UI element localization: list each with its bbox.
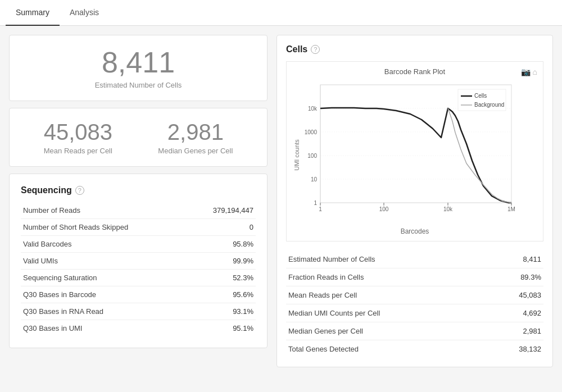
- row-label: Total Genes Detected: [286, 340, 487, 358]
- row-value: 38,132: [487, 340, 543, 358]
- table-row: Estimated Number of Cells8,411: [286, 250, 543, 268]
- table-row: Number of Reads379,194,447: [21, 202, 256, 219]
- row-value: 45,083: [487, 286, 543, 304]
- estimated-cells-card: 8,411 Estimated Number of Cells: [9, 35, 268, 101]
- row-label: Valid Barcodes: [21, 236, 187, 253]
- estimated-cells-label: Estimated Number of Cells: [21, 81, 256, 89]
- table-row: Q30 Bases in UMI95.1%: [21, 320, 256, 337]
- estimated-cells-number: 8,411 Estimated Number of Cells: [21, 47, 256, 89]
- tab-analysis[interactable]: Analysis: [60, 0, 109, 26]
- x-axis-label: Barcodes: [292, 227, 537, 235]
- cells-help-icon[interactable]: ?: [311, 45, 320, 54]
- chart-title: Barcode Rank Plot: [292, 67, 537, 76]
- row-label: Q30 Bases in RNA Read: [21, 303, 187, 320]
- row-value: 93.1%: [187, 303, 256, 320]
- estimated-cells-value: 8,411: [21, 47, 256, 79]
- sequencing-card: Sequencing ? Number of Reads379,194,447N…: [9, 174, 268, 348]
- table-row: Sequencing Saturation52.3%: [21, 270, 256, 286]
- row-value: 2,981: [487, 322, 543, 340]
- left-panel: 8,411 Estimated Number of Cells 45,083 M…: [9, 35, 268, 367]
- svg-text:1: 1: [314, 200, 317, 206]
- camera-icon[interactable]: 📷: [521, 67, 531, 76]
- svg-text:100: 100: [379, 206, 389, 212]
- svg-text:10: 10: [311, 176, 318, 183]
- svg-text:10k: 10k: [308, 106, 318, 112]
- row-value: 52.3%: [187, 270, 256, 286]
- row-label: Valid UMIs: [21, 253, 187, 270]
- table-row: Mean Reads per Cell45,083: [286, 286, 543, 304]
- median-genes-value: 2,981: [158, 120, 233, 144]
- row-value: 89.3%: [487, 268, 543, 286]
- svg-text:Cells: Cells: [474, 93, 487, 99]
- table-row: Valid UMIs99.9%: [21, 253, 256, 270]
- row-value: 379,194,447: [187, 202, 256, 219]
- cells-data-table: Estimated Number of Cells8,411Fraction R…: [286, 250, 543, 358]
- tab-summary[interactable]: Summary: [6, 0, 60, 26]
- row-label: Fraction Reads in Cells: [286, 268, 487, 286]
- row-label: Median Genes per Cell: [286, 322, 487, 340]
- row-label: Sequencing Saturation: [21, 270, 187, 286]
- sequencing-title: Sequencing ?: [21, 185, 256, 195]
- row-label: Number of Short Reads Skipped: [21, 219, 187, 236]
- sequencing-title-text: Sequencing: [21, 185, 72, 195]
- table-row: Q30 Bases in Barcode95.6%: [21, 286, 256, 303]
- table-row: Valid Barcodes95.8%: [21, 236, 256, 253]
- median-genes-number: 2,981 Median Genes per Cell: [158, 120, 233, 155]
- cells-title-text: Cells: [286, 44, 307, 54]
- tab-bar: Summary Analysis: [0, 0, 562, 26]
- row-label: Q30 Bases in UMI: [21, 320, 187, 337]
- sequencing-table: Number of Reads379,194,447Number of Shor…: [21, 202, 256, 336]
- row-value: 95.6%: [187, 286, 256, 303]
- table-row: Fraction Reads in Cells89.3%: [286, 268, 543, 286]
- svg-text:1000: 1000: [305, 129, 318, 135]
- home-icon[interactable]: ⌂: [533, 67, 537, 76]
- row-value: 4,692: [487, 304, 543, 322]
- table-row: Median UMI Counts per Cell4,692: [286, 304, 543, 322]
- sequencing-help-icon[interactable]: ?: [75, 186, 84, 195]
- table-row: Median Genes per Cell2,981: [286, 322, 543, 340]
- mean-reads-value: 45,083: [44, 120, 112, 144]
- table-row: Q30 Bases in RNA Read93.1%: [21, 303, 256, 320]
- row-label: Q30 Bases in Barcode: [21, 286, 187, 303]
- svg-text:1: 1: [319, 206, 322, 212]
- table-row: Number of Short Reads Skipped0: [21, 219, 256, 236]
- row-label: Estimated Number of Cells: [286, 250, 487, 268]
- svg-text:100: 100: [307, 153, 317, 159]
- svg-text:10k: 10k: [443, 206, 453, 212]
- reads-genes-numbers: 45,083 Mean Reads per Cell 2,981 Median …: [21, 120, 256, 155]
- row-value: 95.1%: [187, 320, 256, 337]
- svg-text:UMI counts: UMI counts: [293, 139, 300, 171]
- row-value: 95.8%: [187, 236, 256, 253]
- reads-genes-card: 45,083 Mean Reads per Cell 2,981 Median …: [9, 108, 268, 167]
- svg-text:1M: 1M: [507, 206, 515, 212]
- cells-panel: Cells ? Barcode Rank Plot 📷 ⌂ UMI counts: [277, 35, 553, 367]
- cells-title: Cells ?: [286, 44, 543, 54]
- chart-area: Barcode Rank Plot 📷 ⌂ UMI counts: [286, 61, 543, 241]
- mean-reads-number: 45,083 Mean Reads per Cell: [44, 120, 112, 155]
- table-row: Total Genes Detected38,132: [286, 340, 543, 358]
- mean-reads-label: Mean Reads per Cell: [44, 147, 112, 155]
- row-value: 99.9%: [187, 253, 256, 270]
- chart-icons: 📷 ⌂: [521, 67, 537, 76]
- row-label: Mean Reads per Cell: [286, 286, 487, 304]
- barcode-rank-chart: UMI counts 1 10 100 1000 10k: [292, 79, 534, 225]
- row-value: 0: [187, 219, 256, 236]
- median-genes-label: Median Genes per Cell: [158, 147, 233, 155]
- row-label: Number of Reads: [21, 202, 187, 219]
- svg-text:Background: Background: [474, 102, 504, 108]
- main-content: 8,411 Estimated Number of Cells 45,083 M…: [0, 26, 562, 376]
- row-label: Median UMI Counts per Cell: [286, 304, 487, 322]
- row-value: 8,411: [487, 250, 543, 268]
